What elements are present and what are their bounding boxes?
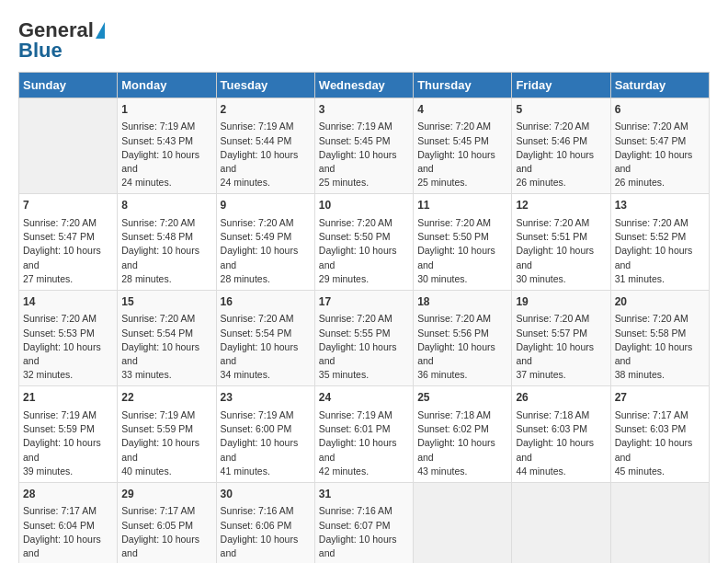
sunrise-text: Sunrise: 7:20 AM <box>121 312 211 326</box>
sunset-text: Sunset: 6:06 PM <box>221 519 311 533</box>
sunrise-text: Sunrise: 7:19 AM <box>221 120 311 133</box>
daylight-text: Daylight: 10 hours and <box>221 533 311 560</box>
daylight-text: Daylight: 10 hours and <box>23 244 113 271</box>
sunset-text: Sunset: 5:54 PM <box>221 327 311 340</box>
daylight-text-cont: 28 minutes. <box>121 272 211 286</box>
daylight-text: Daylight: 10 hours and <box>23 436 113 464</box>
column-header-sunday: Sunday <box>19 73 118 98</box>
sunset-text: Sunset: 6:02 PM <box>417 422 507 436</box>
calendar-cell: 27Sunrise: 7:17 AMSunset: 6:03 PMDayligh… <box>610 386 709 482</box>
daylight-text-cont: 28 minutes. <box>221 272 311 286</box>
sunset-text: Sunset: 5:44 PM <box>221 134 311 148</box>
day-number: 6 <box>615 102 705 118</box>
sunset-text: Sunset: 6:05 PM <box>121 519 211 533</box>
sunrise-text: Sunrise: 7:20 AM <box>615 216 705 230</box>
daylight-text: Daylight: 10 hours and <box>121 533 211 560</box>
calendar-table: SundayMondayTuesdayWednesdayThursdayFrid… <box>18 72 710 563</box>
daylight-text-cont: 29 minutes. <box>319 272 409 286</box>
day-number: 5 <box>516 102 606 118</box>
column-header-friday: Friday <box>512 73 610 98</box>
day-number: 3 <box>319 102 409 118</box>
sunrise-text: Sunrise: 7:20 AM <box>319 216 409 230</box>
calendar-cell <box>414 482 512 563</box>
daylight-text-cont: 33 minutes. <box>121 368 211 382</box>
sunset-text: Sunset: 5:54 PM <box>121 327 211 340</box>
sunset-text: Sunset: 5:48 PM <box>121 230 211 244</box>
sunrise-text: Sunrise: 7:20 AM <box>221 216 311 230</box>
daylight-text: Daylight: 10 hours and <box>221 436 311 464</box>
sunset-text: Sunset: 5:58 PM <box>615 327 705 340</box>
sunrise-text: Sunrise: 7:20 AM <box>221 312 311 326</box>
daylight-text-cont: 44 minutes. <box>516 465 606 478</box>
daylight-text-cont: 43 minutes. <box>417 465 507 478</box>
sunrise-text: Sunrise: 7:19 AM <box>121 120 211 133</box>
page-header: General Blue <box>18 18 710 63</box>
daylight-text: Daylight: 10 hours and <box>615 340 705 368</box>
calendar-cell: 12Sunrise: 7:20 AMSunset: 5:51 PMDayligh… <box>512 194 610 290</box>
sunrise-text: Sunrise: 7:20 AM <box>417 216 507 230</box>
sunrise-text: Sunrise: 7:20 AM <box>516 120 606 133</box>
daylight-text-cont: 25 minutes. <box>319 176 409 190</box>
sunset-text: Sunset: 5:43 PM <box>121 134 211 148</box>
sunset-text: Sunset: 5:45 PM <box>319 134 409 148</box>
sunrise-text: Sunrise: 7:19 AM <box>121 408 211 422</box>
day-number: 20 <box>615 294 705 310</box>
daylight-text-cont: 39 minutes. <box>23 465 113 478</box>
sunset-text: Sunset: 6:07 PM <box>319 519 409 533</box>
day-number: 28 <box>23 487 113 502</box>
daylight-text: Daylight: 10 hours and <box>121 244 211 271</box>
daylight-text-cont: 45 minutes. <box>615 465 705 478</box>
calendar-cell: 17Sunrise: 7:20 AMSunset: 5:55 PMDayligh… <box>314 290 413 385</box>
sunrise-text: Sunrise: 7:20 AM <box>417 120 507 133</box>
daylight-text: Daylight: 10 hours and <box>615 244 705 271</box>
calendar-cell: 18Sunrise: 7:20 AMSunset: 5:56 PMDayligh… <box>414 290 512 385</box>
day-number: 4 <box>417 102 507 118</box>
sunrise-text: Sunrise: 7:19 AM <box>221 408 311 422</box>
day-number: 26 <box>516 390 606 406</box>
calendar-cell: 19Sunrise: 7:20 AMSunset: 5:57 PMDayligh… <box>512 290 610 385</box>
daylight-text: Daylight: 10 hours and <box>516 436 606 464</box>
day-number: 14 <box>23 294 113 310</box>
daylight-text-cont: 36 minutes. <box>417 368 507 382</box>
calendar-week-5: 28Sunrise: 7:17 AMSunset: 6:04 PMDayligh… <box>19 482 710 563</box>
sunrise-text: Sunrise: 7:20 AM <box>23 312 113 326</box>
calendar-week-4: 21Sunrise: 7:19 AMSunset: 5:59 PMDayligh… <box>19 386 710 482</box>
calendar-cell: 31Sunrise: 7:16 AMSunset: 6:07 PMDayligh… <box>314 482 413 563</box>
sunrise-text: Sunrise: 7:16 AM <box>319 504 409 518</box>
column-header-wednesday: Wednesday <box>314 73 413 98</box>
sunset-text: Sunset: 5:47 PM <box>23 230 113 244</box>
sunrise-text: Sunrise: 7:20 AM <box>516 312 606 326</box>
calendar-cell: 2Sunrise: 7:19 AMSunset: 5:44 PMDaylight… <box>216 98 314 194</box>
logo-triangle-icon <box>96 22 105 39</box>
daylight-text: Daylight: 10 hours and <box>121 436 211 464</box>
daylight-text-cont: 41 minutes. <box>221 465 311 478</box>
column-header-monday: Monday <box>118 73 216 98</box>
calendar-cell: 29Sunrise: 7:17 AMSunset: 6:05 PMDayligh… <box>118 482 216 563</box>
sunrise-text: Sunrise: 7:19 AM <box>23 408 113 422</box>
calendar-week-2: 7Sunrise: 7:20 AMSunset: 5:47 PMDaylight… <box>19 194 710 290</box>
sunset-text: Sunset: 5:55 PM <box>319 327 409 340</box>
day-number: 2 <box>221 102 311 118</box>
calendar-week-1: 1Sunrise: 7:19 AMSunset: 5:43 PMDaylight… <box>19 98 710 194</box>
daylight-text: Daylight: 10 hours and <box>221 148 311 176</box>
day-number: 17 <box>319 294 409 310</box>
calendar-cell: 26Sunrise: 7:18 AMSunset: 6:03 PMDayligh… <box>512 386 610 482</box>
sunrise-text: Sunrise: 7:17 AM <box>121 504 211 518</box>
sunset-text: Sunset: 5:46 PM <box>516 134 606 148</box>
sunrise-text: Sunrise: 7:20 AM <box>23 216 113 230</box>
day-number: 30 <box>221 487 311 502</box>
daylight-text-cont: 35 minutes. <box>319 368 409 382</box>
sunset-text: Sunset: 5:50 PM <box>417 230 507 244</box>
sunset-text: Sunset: 5:45 PM <box>417 134 507 148</box>
sunset-text: Sunset: 5:56 PM <box>417 327 507 340</box>
day-number: 10 <box>319 198 409 213</box>
daylight-text: Daylight: 10 hours and <box>221 340 311 368</box>
daylight-text-cont: 30 minutes. <box>516 272 606 286</box>
calendar-cell: 13Sunrise: 7:20 AMSunset: 5:52 PMDayligh… <box>610 194 709 290</box>
column-header-tuesday: Tuesday <box>216 73 314 98</box>
day-number: 9 <box>221 198 311 213</box>
daylight-text: Daylight: 10 hours and <box>121 340 211 368</box>
calendar-cell: 7Sunrise: 7:20 AMSunset: 5:47 PMDaylight… <box>19 194 118 290</box>
daylight-text: Daylight: 10 hours and <box>417 340 507 368</box>
calendar-cell <box>610 482 709 563</box>
